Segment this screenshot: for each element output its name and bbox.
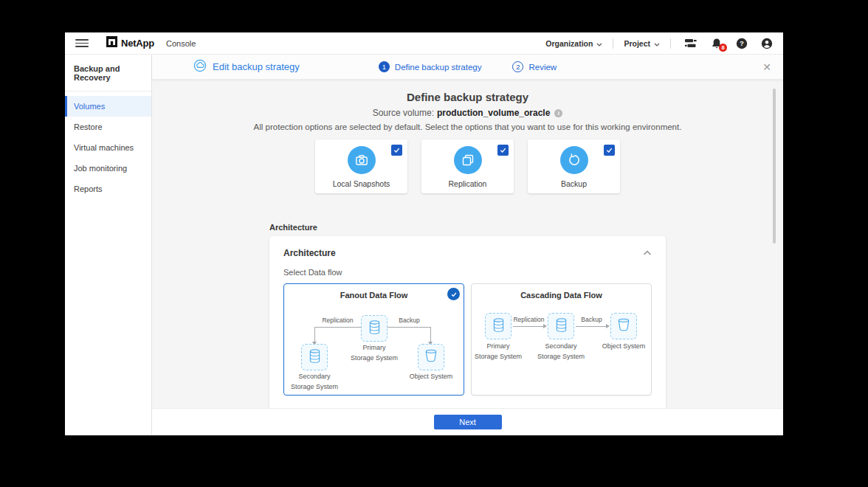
app-window: NetApp Console Organization Project 8 ? <box>65 32 783 435</box>
node-label: Secondary Storage System <box>531 342 590 362</box>
node-label: Primary Storage System <box>345 343 404 363</box>
brand-name: NetApp <box>121 38 154 49</box>
node-label: Object System <box>594 342 653 352</box>
sidebar-title: Backup and Recovery <box>65 55 151 91</box>
page-description: All protection options are selected by d… <box>254 122 682 131</box>
arrowhead <box>606 324 610 328</box>
bucket-icon <box>424 348 438 366</box>
wizard-steps: 1 Define backup strategy 2 Review <box>379 61 557 72</box>
chevron-up-icon[interactable] <box>643 250 652 256</box>
edge-line <box>388 327 431 328</box>
chevron-down-icon <box>596 39 602 48</box>
cloud-edit-icon <box>193 59 207 75</box>
hamburger-icon[interactable] <box>75 37 89 50</box>
chevron-down-icon <box>654 39 660 48</box>
secondary-storage-node <box>301 344 328 370</box>
notification-badge: 8 <box>719 44 727 52</box>
restore-icon <box>560 146 588 174</box>
checkbox-checked[interactable] <box>604 145 615 156</box>
flow-card-fanout[interactable]: Fanout Data Flow Replication Backup <box>283 283 464 396</box>
step-review[interactable]: 2 Review <box>512 61 557 72</box>
step-define-backup-strategy[interactable]: 1 Define backup strategy <box>379 61 482 72</box>
database-icon <box>492 317 505 336</box>
top-bar: NetApp Console Organization Project 8 ? <box>65 32 783 55</box>
database-icon <box>309 348 321 367</box>
info-icon[interactable]: i <box>554 109 562 117</box>
sidebar-item-virtual-machines[interactable]: Virtual machines <box>65 137 151 158</box>
secondary-storage-node <box>548 313 574 339</box>
flow-card-cascading[interactable]: Cascading Data Flow Replication <box>471 283 652 396</box>
source-volume-label: Source volume: <box>373 108 434 118</box>
edge-line <box>314 327 361 328</box>
edge-line <box>513 326 544 327</box>
option-card-backup[interactable]: Backup <box>528 139 620 193</box>
sidebar: Backup and Recovery Volumes Restore Virt… <box>65 55 152 435</box>
edge-label: Backup <box>574 316 610 323</box>
svg-text:?: ? <box>740 39 744 47</box>
wizard-header: Edit backup strategy 1 Define backup str… <box>152 55 783 80</box>
bucket-icon <box>617 317 630 335</box>
checkbox-checked[interactable] <box>391 145 402 156</box>
protection-options: Local Snapshots Replication <box>315 139 620 193</box>
option-label: Replication <box>449 179 487 188</box>
sidebar-item-reports[interactable]: Reports <box>65 179 151 199</box>
page-title: Define backup strategy <box>407 91 528 103</box>
content-area: Define backup strategy Source volume: pr… <box>152 80 783 408</box>
step-number: 2 <box>512 61 523 72</box>
divider <box>670 38 671 49</box>
arrowhead <box>543 324 547 328</box>
camera-icon <box>348 146 376 174</box>
wizard-footer: Next <box>152 408 783 435</box>
node-label: Object System <box>402 372 461 382</box>
node-label: Primary Storage System <box>469 342 528 362</box>
architecture-panel: Architecture Select Data flow Fanout Dat… <box>269 236 666 408</box>
netapp-logo-icon <box>106 36 117 50</box>
wizard-title: Edit backup strategy <box>193 59 300 75</box>
brand-logo: NetApp <box>106 36 154 50</box>
checkbox-checked[interactable] <box>497 145 509 156</box>
scrollbar[interactable] <box>773 89 776 244</box>
edge-label: Replication <box>511 316 547 323</box>
copy-icon <box>454 146 482 174</box>
database-icon <box>555 317 568 336</box>
node-label: Secondary Storage System <box>285 372 344 392</box>
next-button[interactable]: Next <box>434 415 502 429</box>
architecture-section-label: Architecture <box>269 223 666 232</box>
database-icon <box>368 320 381 338</box>
close-icon[interactable]: ✕ <box>762 62 771 72</box>
primary-storage-node <box>485 313 512 339</box>
project-dropdown[interactable]: Project <box>613 39 670 48</box>
edge-line <box>314 327 315 342</box>
option-card-local-snapshots[interactable]: Local Snapshots <box>315 139 407 193</box>
option-label: Backup <box>561 179 587 188</box>
selected-check-icon <box>447 288 460 300</box>
edge-label: Replication <box>314 317 361 324</box>
edge-line <box>430 327 431 342</box>
source-volume-value: production_volume_oracle <box>437 108 550 118</box>
step-label: Review <box>528 63 557 72</box>
sidebar-item-job-monitoring[interactable]: Job monitoring <box>65 158 151 179</box>
option-label: Local Snapshots <box>333 179 390 188</box>
object-system-node <box>418 344 444 370</box>
step-label: Define backup strategy <box>395 63 482 72</box>
organization-dropdown[interactable]: Organization <box>535 39 613 48</box>
flow-title: Cascading Data Flow <box>472 291 651 300</box>
object-system-node <box>610 313 637 339</box>
select-data-flow-label: Select Data flow <box>283 268 652 277</box>
edge-label: Backup <box>388 317 431 324</box>
source-volume-row: Source volume: production_volume_oracle … <box>373 108 563 118</box>
app-name: Console <box>166 39 196 48</box>
account-icon[interactable] <box>761 38 773 49</box>
primary-storage-node <box>361 315 388 342</box>
option-card-replication[interactable]: Replication <box>421 139 514 193</box>
architecture-panel-title: Architecture <box>283 248 336 258</box>
bell-icon[interactable]: 8 <box>711 38 723 49</box>
edge-line <box>576 326 607 327</box>
flow-title: Fanout Data Flow <box>284 291 464 300</box>
sidebar-item-volumes[interactable]: Volumes <box>65 96 151 117</box>
help-icon[interactable]: ? <box>736 38 748 49</box>
architecture-section: Architecture Architecture Select Data fl… <box>269 223 666 408</box>
step-number: 1 <box>379 61 390 72</box>
connector-icon[interactable] <box>684 38 698 49</box>
sidebar-item-restore[interactable]: Restore <box>65 117 151 137</box>
